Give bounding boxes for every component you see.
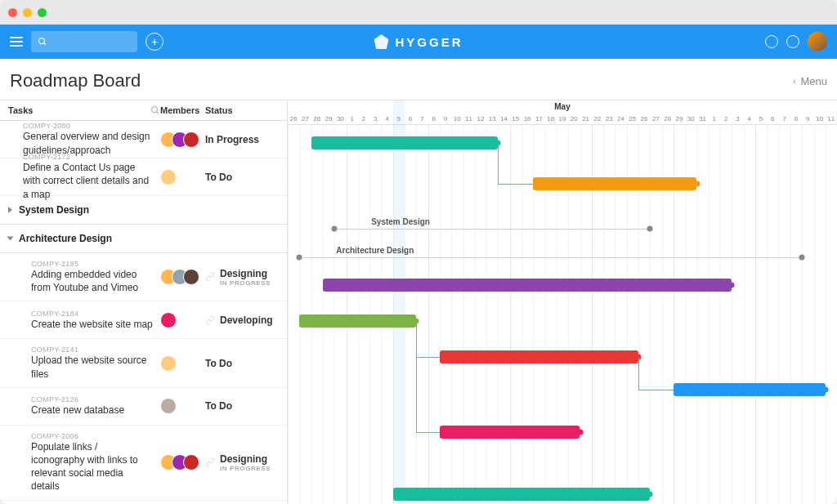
- add-button[interactable]: +: [145, 33, 163, 51]
- col-tasks-label: Tasks: [8, 105, 33, 115]
- add-task-button[interactable]: +Add Task: [0, 501, 287, 505]
- page-header: Roadmap Board ‹Menu: [0, 59, 837, 100]
- menu-icon[interactable]: [10, 37, 23, 47]
- group-system-design[interactable]: System Design: [0, 196, 287, 225]
- table-row[interactable]: COMPY-2184Create the website site map De…: [0, 301, 287, 339]
- svg-point-0: [39, 38, 45, 44]
- gantt-bar[interactable]: [393, 488, 651, 501]
- window-max-button[interactable]: [38, 8, 47, 17]
- top-nav: + HYGGER: [0, 25, 837, 59]
- task-search-icon[interactable]: [150, 105, 160, 115]
- table-row[interactable]: COMPY-2195Adding embedded video from You…: [0, 253, 287, 301]
- task-list-panel: Tasks Members Status COMPY-2080 General …: [0, 100, 288, 504]
- table-row[interactable]: COMPY-2172 Define a Contact Us page with…: [0, 158, 287, 196]
- table-row[interactable]: COMPY-2126Create new database To Do: [0, 388, 287, 426]
- gantt-timeline[interactable]: May 262728293012345678910111213141516171…: [288, 100, 837, 504]
- table-row[interactable]: COMPY-2141Upload the website source file…: [0, 339, 287, 387]
- link-icon: [205, 272, 215, 282]
- page-title: Roadmap Board: [10, 70, 141, 91]
- chevron-right-icon: [8, 207, 12, 213]
- chevron-down-icon: [7, 237, 14, 241]
- window-close-button[interactable]: [8, 8, 17, 17]
- link-icon: [205, 457, 215, 467]
- svg-line-1: [44, 43, 47, 46]
- svg-point-2: [152, 107, 158, 113]
- col-members-label: Members: [160, 105, 205, 115]
- timeline-header: May 262728293012345678910111213141516171…: [288, 100, 837, 125]
- help-icon[interactable]: [786, 35, 799, 48]
- window-titlebar: [0, 0, 837, 25]
- today-marker: [393, 100, 405, 504]
- clock-icon[interactable]: [765, 35, 778, 48]
- group-architecture-design[interactable]: Architecture Design: [0, 225, 287, 253]
- link-icon: [205, 315, 215, 325]
- gantt-bar[interactable]: [311, 136, 499, 149]
- gantt-bar[interactable]: [674, 383, 826, 396]
- window-min-button[interactable]: [23, 8, 32, 17]
- global-search-input[interactable]: [31, 31, 137, 52]
- brand-logo: HYGGER: [374, 34, 463, 49]
- board-menu-button[interactable]: ‹Menu: [793, 75, 827, 87]
- gantt-bar[interactable]: [323, 279, 732, 292]
- col-status-label: Status: [205, 105, 279, 115]
- gantt-bar[interactable]: [440, 350, 638, 364]
- table-row[interactable]: COMPY-2096Populate links / iconography w…: [0, 426, 287, 501]
- svg-line-3: [157, 112, 159, 114]
- gantt-bar[interactable]: [440, 426, 580, 439]
- gantt-bar[interactable]: [533, 177, 696, 190]
- user-avatar[interactable]: [808, 32, 827, 51]
- gantt-bar[interactable]: [299, 314, 416, 328]
- column-headers: Tasks Members Status: [0, 100, 287, 121]
